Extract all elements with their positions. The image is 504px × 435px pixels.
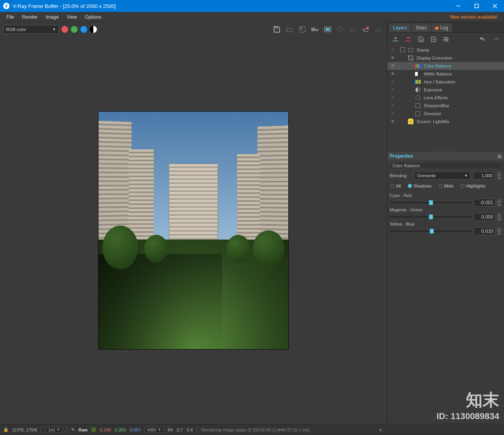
channel-select-value: RGB color (6, 27, 26, 32)
rgb-icon (414, 63, 421, 69)
pixel-grid-select[interactable]: 1x1▼ (45, 427, 63, 433)
expand-icon[interactable]: ▣ (497, 153, 502, 159)
remove-layer-icon[interactable] (404, 35, 413, 44)
layer-row[interactable]: ∕Stamp (387, 46, 504, 54)
menu-image[interactable]: Image (42, 13, 63, 21)
teapot-interactive-icon (373, 24, 384, 35)
layer-label: Stamp (417, 48, 504, 52)
tab-log[interactable]: Log (431, 23, 452, 32)
svg-point-11 (367, 27, 369, 29)
layer-row[interactable]: 👁Color Balance (387, 62, 504, 70)
visibility-toggle-icon[interactable]: 👁 (387, 119, 398, 124)
visibility-toggle-icon[interactable]: 👁 (387, 63, 398, 69)
color-swatch-icon (91, 427, 96, 432)
blue-channel-button[interactable] (80, 26, 87, 33)
color-slider: Cyan - Red-0.001▲▼ (390, 193, 502, 207)
wb-icon (414, 71, 421, 77)
close-button[interactable] (486, 0, 504, 12)
visibility-toggle-icon[interactable]: 👁 (387, 71, 398, 77)
radio-shadows[interactable]: Shadows (408, 184, 431, 188)
layer-row[interactable]: ∕Hue / Saturation (387, 78, 504, 86)
save-preset-icon[interactable] (417, 35, 425, 44)
visibility-toggle-icon[interactable]: ∕ (387, 47, 398, 53)
blending-label: Blending (390, 173, 412, 178)
slider-value-input[interactable]: 0.000 (474, 213, 495, 221)
menu-file[interactable]: File (2, 13, 18, 21)
tab-stats[interactable]: Stats (412, 23, 431, 32)
layer-row[interactable]: ∕Exposure (387, 86, 504, 94)
layer-row[interactable]: 👁White Balance (387, 70, 504, 78)
add-layer-icon[interactable] (391, 35, 400, 44)
menu-render[interactable]: Render (18, 13, 41, 21)
right-tabs: Layers Stats Log (387, 22, 504, 33)
layer-label: Lens Effects (424, 95, 504, 100)
property-name-field[interactable]: Color Balance (390, 162, 502, 169)
render-status: Rendering image (pass 3) [00:02:40.1] [4… (201, 427, 309, 432)
blending-spinner[interactable]: ▲▼ (497, 172, 502, 180)
svg-point-10 (363, 29, 368, 32)
red-channel-button[interactable] (61, 26, 68, 33)
radio-highlights[interactable]: Highlights (461, 184, 485, 188)
tab-layers[interactable]: Layers (389, 23, 411, 32)
region-render-icon[interactable] (297, 24, 307, 35)
slider-value-input[interactable]: 0.010 (474, 227, 495, 235)
visibility-toggle-icon[interactable]: ∕ (387, 87, 398, 93)
new-version-link[interactable]: New version available! (450, 14, 502, 20)
log-toggle-icon[interactable]: ≡ (379, 427, 382, 432)
svg-point-13 (443, 37, 444, 38)
visibility-toggle-icon[interactable]: ∕ (387, 111, 398, 116)
radio-all[interactable]: All (390, 184, 401, 188)
mono-channel-button[interactable] (90, 26, 97, 33)
color-slider: Yellow - Blue0.010▲▼ (390, 222, 502, 235)
enable-toggle[interactable] (398, 47, 407, 53)
blending-select[interactable]: Overwrite ▼ (414, 172, 471, 180)
svg-point-15 (443, 41, 444, 41)
slider-label: Magenta - Green (390, 207, 502, 212)
exp-icon (414, 87, 421, 93)
chevron-down-icon: ▼ (464, 174, 468, 178)
visibility-toggle-icon[interactable]: ∕ (387, 79, 398, 85)
visibility-toggle-icon[interactable]: ∕ (387, 103, 398, 108)
slider-track[interactable] (390, 202, 472, 203)
toolbar: RGB color ▼ 50↙ (0, 22, 387, 37)
slider-spinner[interactable]: ▲▼ (497, 227, 502, 235)
stamp-icon (407, 47, 414, 53)
layers-list: ∕Stamp👁Display Correction👁Color Balance👁… (387, 46, 504, 126)
blending-amount-input[interactable]: 1.000 (473, 172, 494, 180)
visibility-toggle-icon[interactable]: ∕ (387, 95, 398, 101)
slider-track[interactable] (390, 216, 472, 218)
eyedropper-icon[interactable]: ✎ (71, 427, 75, 432)
teapot-render-icon[interactable] (361, 24, 371, 35)
slider-spinner[interactable]: ▲▼ (497, 213, 502, 221)
layer-row[interactable]: 👁Display Correction (387, 54, 504, 62)
cursor-coords: [1376, 1704] (13, 427, 37, 432)
render-viewport[interactable] (0, 37, 387, 424)
color-mode-select[interactable]: HSV▼ (145, 427, 164, 433)
visibility-toggle-icon[interactable]: 👁 (387, 55, 398, 61)
layer-row[interactable]: 👁Source: LightMix (387, 118, 504, 126)
slider-value-input[interactable]: -0.001 (474, 199, 495, 207)
panel-splitter[interactable]: ▪▪▪▪▪▪▪▪▪▪ (387, 148, 504, 152)
menu-options[interactable]: Options (81, 13, 105, 21)
load-preset-icon[interactable] (429, 35, 438, 44)
slider-spinner[interactable]: ▲▼ (497, 199, 502, 207)
minimize-button[interactable] (449, 0, 467, 12)
save-icon[interactable] (272, 24, 282, 35)
layer-row[interactable]: ∕Denoiser (387, 110, 504, 118)
layer-row[interactable]: ∕Lens Effects (387, 94, 504, 102)
list-icon[interactable] (442, 35, 451, 44)
zoom-fit-icon[interactable]: 50↙ (310, 24, 320, 35)
lock-icon[interactable]: 🔒 (3, 427, 9, 432)
undo-icon[interactable] (479, 35, 487, 44)
layer-row[interactable]: ∕Sharpen/Blur (387, 102, 504, 110)
compare-icon[interactable] (322, 24, 333, 35)
value-r: 0.248 (100, 427, 111, 432)
layer-label: Source: LightMix (417, 119, 504, 124)
maximize-button[interactable] (467, 0, 486, 12)
slider-track[interactable] (390, 230, 472, 232)
tone-range-radios: All Shadows Mids Highlights (390, 182, 502, 190)
radio-mids[interactable]: Mids (439, 184, 454, 188)
green-channel-button[interactable] (71, 26, 78, 33)
channel-select[interactable]: RGB color ▼ (3, 25, 59, 34)
menu-view[interactable]: View (63, 13, 81, 21)
